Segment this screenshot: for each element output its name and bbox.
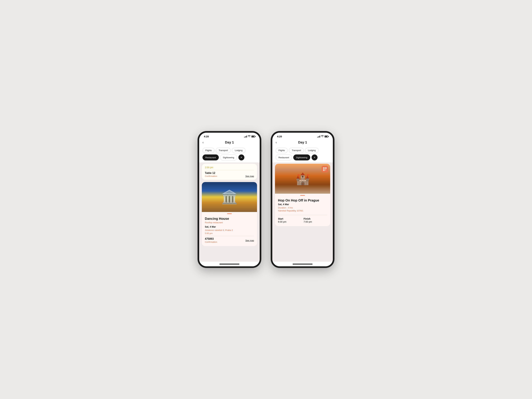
table-card: 2:00 pm Table 12 Confirmation See map	[202, 164, 257, 180]
dancing-house-address: Jiráskovo náměstí 6, Praha 2	[205, 229, 254, 232]
phone-content-right: Hop On Hop Off in Prague Sat, 4 Mar Dura…	[272, 162, 333, 262]
battery-icon	[251, 135, 255, 138]
table-confirmation-row: Confirmation See map	[205, 175, 254, 177]
finish-cell: Finish 7:00 pm	[304, 217, 327, 223]
page-title-left: Day 1	[225, 140, 234, 144]
chip-add-right[interactable]: +	[311, 154, 318, 160]
phone-right: 4:20 ‹ Day 1 Flights Transport Lodgin	[271, 131, 334, 268]
hop-on-indicator	[275, 194, 330, 196]
table-name: Table 12	[205, 171, 254, 175]
home-bar-left	[219, 264, 239, 265]
hop-on-time-grid: Start 6:00 pm Finish 7:00 pm	[275, 215, 330, 226]
table-info: 2:00 pm Table 12 Confirmation See map	[202, 164, 257, 180]
prague-image	[275, 164, 330, 194]
svg-rect-10	[325, 170, 326, 170]
status-icons-left	[244, 135, 255, 138]
chip-lodging-left[interactable]: Lodging	[232, 148, 245, 153]
chip-sightseeing-right[interactable]: Sightseeing	[293, 154, 310, 160]
chip-sightseeing-left[interactable]: Sightseeing	[220, 154, 237, 160]
home-indicator-left	[199, 262, 260, 266]
hop-on-address: Náměstí Republiky 1078/1	[278, 209, 327, 212]
back-button-right[interactable]: ‹	[276, 140, 277, 144]
hop-on-duration: Duration - 4 hrs	[278, 206, 327, 209]
page-title-right: Day 1	[298, 140, 307, 144]
status-bar-right: 4:20	[272, 133, 333, 139]
chip-flights-left[interactable]: Flights	[203, 148, 215, 153]
hop-on-body: Hop On Hop Off in Prague Sat, 4 Mar Dura…	[275, 196, 330, 215]
chip-add-left[interactable]: +	[238, 154, 245, 160]
svg-rect-6	[325, 169, 325, 170]
wifi-icon	[248, 135, 251, 138]
dancing-house-date: Sat, 4 Mar	[205, 225, 254, 228]
phone-content-left: 2:00 pm Table 12 Confirmation See map	[199, 162, 260, 262]
chip-transport-left[interactable]: Transport	[216, 148, 231, 153]
page-header-left: ‹ Day 1	[199, 139, 260, 146]
dancing-house-confirmation-row: 475893 Confirmation See map	[205, 237, 254, 243]
dancing-house-subtitle: Rooftop restaurant	[205, 221, 254, 224]
dancing-house-booking-group: 475893 Confirmation	[205, 237, 217, 243]
time-left: 4:20	[204, 135, 209, 138]
status-bar-left: 4:20	[199, 133, 260, 139]
divider-1	[205, 170, 254, 170]
back-button-left[interactable]: ‹	[203, 140, 204, 144]
hop-on-date: Sat, 4 Mar	[278, 203, 327, 206]
dancing-house-img-bg	[202, 182, 257, 212]
dancing-house-see-map[interactable]: See map	[245, 239, 254, 242]
wifi-icon-right	[321, 135, 324, 138]
divider-dancing-house	[205, 236, 254, 236]
signal-icon	[244, 135, 247, 138]
dancing-house-indicator	[202, 212, 257, 215]
svg-rect-7	[326, 169, 326, 170]
svg-rect-5	[323, 170, 324, 171]
chip-transport-right[interactable]: Transport	[289, 148, 304, 153]
filter-chips-left: Flights Transport Lodging Restaurant Sig…	[199, 146, 260, 162]
start-label: Start	[278, 217, 302, 220]
table-time: 2:00 pm	[205, 166, 254, 169]
svg-rect-9	[326, 170, 326, 171]
chip-restaurant-left[interactable]: Restaurant	[203, 154, 219, 160]
dancing-house-name: Dancing House	[205, 217, 254, 221]
table-confirmation-label: Confirmation	[205, 175, 217, 177]
phone-left: 4:20 ‹ Day 1 Flights Transport Lodgin	[198, 131, 261, 268]
svg-rect-8	[325, 170, 325, 171]
hop-on-dot	[300, 195, 305, 196]
finish-time: 7:00 pm	[304, 221, 327, 223]
dancing-house-image	[202, 182, 257, 212]
phones-container: 4:20 ‹ Day 1 Flights Transport Lodgin	[198, 131, 334, 268]
indicator-dot	[227, 213, 232, 214]
svg-rect-3	[325, 168, 326, 168]
home-indicator-right	[272, 262, 333, 266]
dancing-house-confirmation-label: Confirmation	[205, 241, 217, 243]
status-icons-right	[317, 135, 328, 138]
dancing-house-time: 5:00 pm	[205, 232, 254, 234]
svg-rect-1	[323, 168, 324, 168]
start-time: 6:00 pm	[278, 221, 302, 223]
time-right: 4:20	[277, 135, 282, 138]
dancing-house-booking-id: 475893	[205, 237, 217, 241]
dancing-house-body: Dancing House Rooftop restaurant Sat, 4 …	[202, 215, 257, 246]
signal-icon-right	[317, 135, 320, 138]
chip-restaurant-right[interactable]: Restaurant	[276, 154, 292, 160]
filter-chips-right: Flights Transport Lodging Restaurant Sig…	[272, 146, 333, 162]
home-bar-right	[293, 264, 313, 265]
chip-lodging-right[interactable]: Lodging	[305, 148, 318, 153]
start-cell: Start 6:00 pm	[278, 217, 302, 223]
hop-on-name: Hop On Hop Off in Prague	[278, 198, 327, 202]
finish-label: Finish	[304, 217, 327, 220]
chip-flights-right[interactable]: Flights	[276, 148, 288, 153]
dancing-house-card: Dancing House Rooftop restaurant Sat, 4 …	[202, 182, 257, 246]
page-header-right: ‹ Day 1	[272, 139, 333, 146]
table-see-map[interactable]: See map	[245, 175, 254, 177]
qr-code-badge[interactable]	[322, 166, 328, 172]
hop-on-card: Hop On Hop Off in Prague Sat, 4 Mar Dura…	[275, 164, 330, 226]
battery-icon-right	[324, 135, 328, 138]
